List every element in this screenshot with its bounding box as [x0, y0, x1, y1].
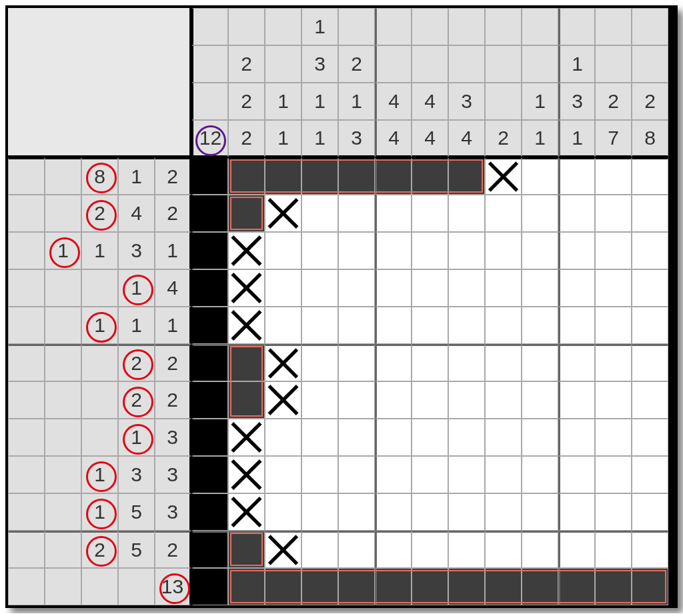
mark-x[interactable] [485, 157, 522, 195]
cell-filled[interactable] [228, 344, 265, 381]
cell-empty[interactable] [522, 456, 558, 493]
cell-empty[interactable] [448, 232, 485, 269]
cell-filled[interactable] [228, 568, 265, 605]
cell-filled[interactable] [191, 269, 228, 307]
cell-empty[interactable] [595, 344, 632, 381]
cell-empty[interactable] [375, 419, 412, 456]
cell-empty[interactable] [595, 232, 632, 269]
cell-empty[interactable] [301, 344, 338, 381]
cell-empty[interactable] [632, 269, 668, 307]
cell-empty[interactable] [522, 381, 558, 419]
mark-x[interactable] [228, 419, 265, 456]
cell-empty[interactable] [522, 195, 558, 232]
cell-empty[interactable] [448, 195, 485, 232]
cell-filled[interactable] [228, 195, 265, 232]
cell-empty[interactable] [485, 232, 522, 269]
mark-x[interactable] [265, 531, 301, 568]
cell-filled[interactable] [301, 568, 338, 605]
cell-filled[interactable] [191, 493, 228, 531]
cell-empty[interactable] [485, 269, 522, 307]
cell-empty[interactable] [632, 344, 668, 381]
mark-x[interactable] [228, 232, 265, 269]
cell-empty[interactable] [338, 493, 375, 531]
cell-empty[interactable] [485, 456, 522, 493]
cell-empty[interactable] [375, 531, 412, 568]
cell-empty[interactable] [301, 269, 338, 307]
cell-empty[interactable] [522, 531, 558, 568]
cell-empty[interactable] [632, 531, 668, 568]
cell-empty[interactable] [595, 381, 632, 419]
cell-empty[interactable] [265, 232, 301, 269]
cell-empty[interactable] [338, 531, 375, 568]
cell-filled[interactable] [191, 568, 228, 605]
cell-empty[interactable] [558, 493, 595, 531]
cell-empty[interactable] [301, 381, 338, 419]
cell-empty[interactable] [558, 344, 595, 381]
cell-filled[interactable] [412, 157, 448, 195]
cell-empty[interactable] [485, 307, 522, 344]
cell-empty[interactable] [265, 307, 301, 344]
cell-empty[interactable] [301, 531, 338, 568]
cell-empty[interactable] [448, 456, 485, 493]
cell-empty[interactable] [632, 456, 668, 493]
mark-x[interactable] [265, 344, 301, 381]
cell-empty[interactable] [558, 269, 595, 307]
cell-empty[interactable] [595, 269, 632, 307]
cell-empty[interactable] [485, 531, 522, 568]
cell-empty[interactable] [448, 381, 485, 419]
cell-empty[interactable] [448, 269, 485, 307]
cell-filled[interactable] [338, 157, 375, 195]
cell-empty[interactable] [485, 381, 522, 419]
cell-filled[interactable] [338, 568, 375, 605]
cell-filled[interactable] [375, 157, 412, 195]
cell-empty[interactable] [632, 419, 668, 456]
cell-filled[interactable] [191, 195, 228, 232]
cell-empty[interactable] [301, 456, 338, 493]
mark-x[interactable] [228, 456, 265, 493]
cell-filled[interactable] [191, 531, 228, 568]
cell-empty[interactable] [558, 232, 595, 269]
cell-empty[interactable] [412, 344, 448, 381]
cell-empty[interactable] [522, 307, 558, 344]
cell-empty[interactable] [522, 493, 558, 531]
mark-x[interactable] [228, 493, 265, 531]
mark-x[interactable] [265, 381, 301, 419]
cell-empty[interactable] [448, 344, 485, 381]
cell-filled[interactable] [485, 568, 522, 605]
cell-empty[interactable] [265, 419, 301, 456]
cell-empty[interactable] [375, 269, 412, 307]
cell-filled[interactable] [191, 381, 228, 419]
cell-empty[interactable] [522, 419, 558, 456]
cell-empty[interactable] [632, 232, 668, 269]
cell-empty[interactable] [558, 381, 595, 419]
cell-empty[interactable] [412, 531, 448, 568]
cell-empty[interactable] [558, 456, 595, 493]
cell-empty[interactable] [595, 531, 632, 568]
cell-empty[interactable] [265, 269, 301, 307]
cell-empty[interactable] [301, 232, 338, 269]
cell-empty[interactable] [412, 381, 448, 419]
cell-empty[interactable] [522, 157, 558, 195]
cell-filled[interactable] [191, 157, 228, 195]
cell-empty[interactable] [558, 531, 595, 568]
cell-empty[interactable] [412, 419, 448, 456]
cell-empty[interactable] [375, 307, 412, 344]
cell-filled[interactable] [301, 157, 338, 195]
cell-empty[interactable] [595, 419, 632, 456]
cell-empty[interactable] [522, 232, 558, 269]
cell-empty[interactable] [338, 232, 375, 269]
cell-empty[interactable] [522, 269, 558, 307]
cell-empty[interactable] [632, 493, 668, 531]
cell-filled[interactable] [448, 157, 485, 195]
cell-empty[interactable] [485, 419, 522, 456]
cell-empty[interactable] [412, 493, 448, 531]
cell-empty[interactable] [338, 456, 375, 493]
cell-empty[interactable] [375, 456, 412, 493]
cell-empty[interactable] [375, 232, 412, 269]
cell-empty[interactable] [558, 157, 595, 195]
cell-empty[interactable] [338, 344, 375, 381]
cell-empty[interactable] [338, 195, 375, 232]
cell-filled[interactable] [412, 568, 448, 605]
cell-filled[interactable] [191, 344, 228, 381]
cell-empty[interactable] [595, 307, 632, 344]
